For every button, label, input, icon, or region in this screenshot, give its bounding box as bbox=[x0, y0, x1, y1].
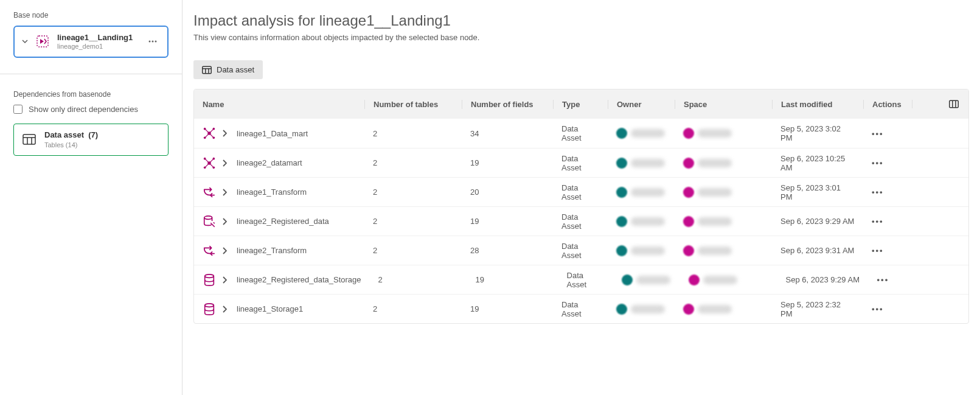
table-row[interactable]: lineage2_Registered_data219Data AssetSep… bbox=[194, 206, 968, 236]
row-actions-button[interactable]: ••• bbox=[872, 304, 884, 313]
row-space bbox=[675, 158, 772, 169]
dependencies-label: Dependencies from basenode bbox=[13, 90, 169, 99]
row-tables: 2 bbox=[364, 187, 462, 197]
row-space bbox=[675, 128, 772, 139]
row-owner bbox=[608, 187, 675, 198]
storage-icon bbox=[203, 273, 216, 287]
row-type: Data Asset bbox=[553, 300, 608, 318]
table-row[interactable]: lineage2_Registered_data_Storage219Data … bbox=[194, 265, 968, 294]
network-icon bbox=[203, 127, 216, 140]
sidebar: Base node lineage1__Landing1 lineage_dem… bbox=[0, 0, 182, 395]
row-tables: 2 bbox=[364, 217, 462, 226]
basenode-more-button[interactable] bbox=[145, 34, 160, 49]
row-modified: Sep 5, 2023 3:01 PM bbox=[772, 183, 863, 201]
divider bbox=[0, 74, 182, 74]
row-name: lineage1_Storage1 bbox=[237, 304, 303, 313]
col-name[interactable]: Name bbox=[194, 100, 364, 109]
basenode-card[interactable]: lineage1__Landing1 lineage_demo1 bbox=[13, 26, 169, 58]
row-modified: Sep 5, 2023 2:32 PM bbox=[772, 300, 863, 318]
show-direct-deps-input[interactable] bbox=[13, 105, 23, 114]
svg-line-32 bbox=[209, 163, 214, 167]
svg-rect-12 bbox=[950, 100, 959, 108]
svg-line-21 bbox=[209, 129, 214, 133]
expand-row-button[interactable] bbox=[222, 159, 231, 167]
row-space bbox=[675, 216, 772, 227]
dep-card-title: Data asset (7) bbox=[44, 130, 98, 141]
table-row[interactable]: lineage1_Data_mart234Data AssetSep 5, 20… bbox=[194, 119, 968, 148]
table-icon bbox=[202, 66, 212, 74]
page-subtitle: This view contains information about obj… bbox=[182, 33, 980, 42]
row-modified: Sep 6, 2023 9:31 AM bbox=[772, 246, 863, 255]
expand-row-button[interactable] bbox=[222, 130, 231, 137]
dep-card-subtitle: Tables (14) bbox=[44, 141, 98, 149]
row-name: lineage2_Registered_data bbox=[237, 217, 329, 226]
row-space bbox=[675, 187, 772, 198]
col-space[interactable]: Space bbox=[675, 100, 772, 109]
svg-line-23 bbox=[209, 133, 214, 138]
row-fields: 28 bbox=[462, 246, 553, 255]
row-actions-button[interactable]: ••• bbox=[872, 158, 884, 167]
svg-line-20 bbox=[205, 129, 209, 133]
page-title: Impact analysis for lineage1__Landing1 bbox=[182, 12, 980, 33]
row-actions-button[interactable]: ••• bbox=[877, 275, 889, 284]
table-row[interactable]: lineage2_datamart219Data AssetSep 6, 202… bbox=[194, 148, 968, 177]
landing-icon bbox=[34, 33, 51, 50]
row-modified: Sep 6, 2023 10:25 AM bbox=[772, 154, 863, 172]
table-row[interactable]: lineage1_Storage1219Data AssetSep 5, 202… bbox=[194, 294, 968, 323]
main-content: Impact analysis for lineage1__Landing1 T… bbox=[182, 0, 980, 395]
show-direct-deps-label: Show only direct dependencies bbox=[29, 105, 138, 114]
impact-table: Name Number of tables Number of fields T… bbox=[193, 89, 969, 324]
row-tables: 2 bbox=[364, 129, 462, 138]
row-actions-button[interactable]: ••• bbox=[872, 187, 884, 197]
row-type: Data Asset bbox=[558, 271, 613, 289]
row-actions-button[interactable]: ••• bbox=[872, 129, 884, 138]
row-fields: 19 bbox=[467, 275, 558, 284]
col-type[interactable]: Type bbox=[553, 100, 608, 109]
row-name: lineage2_Registered_data_Storage bbox=[237, 275, 361, 284]
expand-row-button[interactable] bbox=[222, 247, 231, 254]
registered-icon bbox=[203, 215, 216, 228]
row-type: Data Asset bbox=[553, 124, 608, 142]
row-fields: 20 bbox=[462, 187, 553, 197]
table-header: Name Number of tables Number of fields T… bbox=[194, 89, 968, 119]
svg-rect-8 bbox=[203, 66, 212, 74]
data-asset-chip[interactable]: Data asset bbox=[193, 60, 263, 79]
row-owner bbox=[608, 304, 675, 315]
expand-row-button[interactable] bbox=[222, 218, 231, 225]
row-owner bbox=[613, 274, 680, 285]
row-type: Data Asset bbox=[553, 212, 608, 231]
svg-line-30 bbox=[209, 158, 214, 163]
col-settings-button[interactable] bbox=[912, 100, 968, 108]
expand-row-button[interactable] bbox=[222, 189, 231, 196]
row-modified: Sep 6, 2023 9:29 AM bbox=[777, 275, 869, 284]
row-owner bbox=[608, 128, 675, 139]
col-modified[interactable]: Last modified bbox=[772, 100, 863, 109]
table-row[interactable]: lineage2_Transform228Data AssetSep 6, 20… bbox=[194, 236, 968, 265]
row-owner bbox=[608, 216, 675, 227]
row-owner bbox=[608, 245, 675, 256]
row-type: Data Asset bbox=[553, 242, 608, 260]
row-fields: 19 bbox=[462, 304, 553, 313]
basenode-subtitle: lineage_demo1 bbox=[57, 43, 139, 51]
table-row[interactable]: lineage1_Transform220Data AssetSep 5, 20… bbox=[194, 177, 968, 206]
row-actions-button[interactable]: ••• bbox=[872, 246, 884, 255]
expand-row-button[interactable] bbox=[222, 276, 231, 284]
show-direct-deps-checkbox[interactable]: Show only direct dependencies bbox=[13, 105, 169, 114]
row-tables: 2 bbox=[364, 304, 462, 313]
chip-label: Data asset bbox=[217, 65, 254, 74]
col-owner[interactable]: Owner bbox=[608, 100, 675, 109]
svg-point-1 bbox=[149, 41, 151, 43]
row-name: lineage1_Data_mart bbox=[237, 129, 308, 138]
row-actions-button[interactable]: ••• bbox=[872, 217, 884, 226]
col-tables[interactable]: Number of tables bbox=[364, 100, 462, 109]
col-fields[interactable]: Number of fields bbox=[462, 100, 553, 109]
chevron-down-icon[interactable] bbox=[22, 38, 28, 44]
data-asset-card[interactable]: Data asset (7) Tables (14) bbox=[13, 124, 169, 156]
expand-row-button[interactable] bbox=[222, 306, 231, 313]
row-tables: 2 bbox=[364, 246, 462, 255]
svg-point-33 bbox=[204, 215, 212, 219]
row-type: Data Asset bbox=[553, 183, 608, 201]
row-type: Data Asset bbox=[553, 154, 608, 172]
columns-icon bbox=[949, 100, 959, 108]
svg-point-34 bbox=[205, 274, 214, 278]
